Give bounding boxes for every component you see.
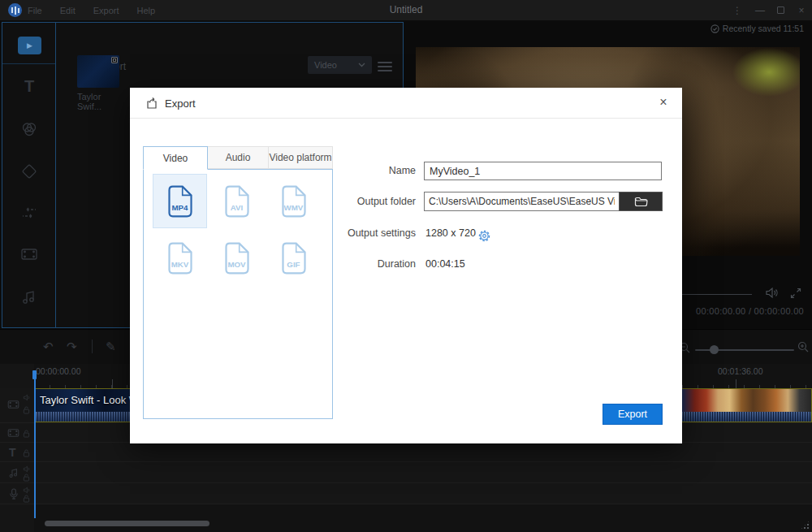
sidebar-item-transitions[interactable] xyxy=(2,205,56,221)
gif-file-icon: GIF xyxy=(278,240,310,276)
browse-folder-button[interactable] xyxy=(619,192,663,211)
filters-icon xyxy=(20,120,38,138)
format-gif[interactable]: GIF xyxy=(266,231,321,285)
toolbar-divider xyxy=(92,340,93,353)
video-track-icon xyxy=(6,399,20,410)
edit-pencil-icon[interactable]: ✎ xyxy=(106,340,116,353)
text-track: T xyxy=(0,443,812,462)
minimize-icon[interactable]: — xyxy=(754,5,766,16)
svg-text:GIF: GIF xyxy=(287,259,300,268)
titlebar: File Edit Export Help Untitled ⋮ — × xyxy=(0,0,812,20)
zoom-in-icon[interactable] xyxy=(797,341,809,356)
folder-icon xyxy=(634,197,648,207)
clip-type-badge-icon xyxy=(111,57,118,63)
zoom-slider-handle[interactable] xyxy=(710,345,719,354)
play-video-icon: ▶ xyxy=(27,41,32,50)
format-panel: Video Audio Video platform MP4 AVI xyxy=(143,146,333,419)
sidebar: ▶ T xyxy=(2,23,56,327)
name-input[interactable] xyxy=(424,162,662,180)
sidebar-item-media[interactable]: ▶ xyxy=(18,37,41,54)
mov-file-icon: MOV xyxy=(221,240,253,276)
track-mute-icon[interactable] xyxy=(23,487,31,494)
sidebar-divider xyxy=(2,63,55,64)
dialog-close-icon[interactable]: × xyxy=(655,95,672,110)
saved-status: Recently saved 11:51 xyxy=(710,24,804,33)
track-lock-icon[interactable] xyxy=(23,406,30,414)
svg-text:WMV: WMV xyxy=(283,202,303,211)
timeline-cursor-time: 00:01:36.00 xyxy=(718,366,762,376)
saved-check-icon xyxy=(710,24,719,33)
track-lock-icon[interactable] xyxy=(23,474,30,482)
format-grid: MP4 AVI WMV xyxy=(153,174,325,285)
tab-audio[interactable]: Audio xyxy=(208,146,269,169)
video-track-icon xyxy=(6,427,20,439)
window-controls: ⋮ — × xyxy=(732,0,807,20)
svg-text:MOV: MOV xyxy=(227,259,246,268)
window-resize-grip[interactable] xyxy=(800,520,810,530)
tab-video[interactable]: Video xyxy=(143,146,208,170)
export-button[interactable]: Export xyxy=(603,404,663,425)
format-tabs: Video Audio Video platform xyxy=(143,146,333,170)
sidebar-item-music[interactable] xyxy=(2,288,56,306)
more-options-icon[interactable]: ⋮ xyxy=(732,5,743,16)
format-mov[interactable]: MOV xyxy=(209,231,264,285)
music-track xyxy=(0,462,812,483)
track-lock-icon[interactable] xyxy=(23,430,30,438)
output-settings-label: Output settings xyxy=(326,227,416,239)
media-clip-thumbnail[interactable] xyxy=(77,55,119,88)
export-dialog-header: Export × xyxy=(130,88,682,119)
fullscreen-icon[interactable] xyxy=(790,288,801,302)
mkv-file-icon: MKV xyxy=(164,240,197,276)
maximize-icon[interactable] xyxy=(777,6,784,14)
output-folder-label: Output folder xyxy=(326,196,416,207)
svg-text:AVI: AVI xyxy=(230,202,243,211)
list-view-icon[interactable] xyxy=(378,59,392,74)
format-mp4[interactable]: MP4 xyxy=(153,174,207,228)
text-track-icon: T xyxy=(9,446,16,459)
track-mute-icon[interactable] xyxy=(23,465,31,473)
sidebar-item-text[interactable]: T xyxy=(2,77,56,96)
window-title: Untitled xyxy=(0,0,812,20)
sidebar-item-elements[interactable] xyxy=(2,246,56,262)
voiceover-track xyxy=(0,483,812,504)
export-icon xyxy=(145,97,159,113)
avi-file-icon: AVI xyxy=(221,184,253,219)
redo-icon[interactable]: ↷ xyxy=(67,340,77,353)
music-note-icon xyxy=(20,288,38,306)
sidebar-item-filters[interactable] xyxy=(2,120,56,138)
overlay-diamond-icon xyxy=(20,162,38,180)
playhead-line[interactable] xyxy=(34,370,36,518)
track-lock-icon[interactable] xyxy=(23,449,30,457)
tab-video-platform[interactable]: Video platform xyxy=(269,146,333,169)
timeline-start-time: 00:00:00.00 xyxy=(36,366,80,376)
volume-icon[interactable] xyxy=(765,287,779,302)
music-track-icon xyxy=(7,467,20,479)
format-grid-panel: MP4 AVI WMV xyxy=(143,169,333,419)
format-wmv[interactable]: WMV xyxy=(266,174,321,228)
media-clip-label: Taylor Swif... xyxy=(77,92,126,111)
undo-icon[interactable]: ↶ xyxy=(43,340,54,353)
duration-value: 00:04:15 xyxy=(425,258,465,270)
timeline-horizontal-scrollbar[interactable] xyxy=(45,521,209,526)
microphone-track-icon xyxy=(9,488,19,500)
close-window-icon[interactable]: × xyxy=(796,5,807,16)
duration-label: Duration xyxy=(326,258,416,270)
settings-gear-icon[interactable] xyxy=(477,229,491,246)
svg-text:MP4: MP4 xyxy=(171,202,188,211)
wmv-file-icon: WMV xyxy=(278,184,310,219)
media-type-dropdown[interactable]: Video xyxy=(308,56,372,74)
transition-arrows-icon xyxy=(19,205,39,221)
track-lock-icon[interactable] xyxy=(23,495,30,503)
format-avi[interactable]: AVI xyxy=(209,174,264,228)
svg-text:MKV: MKV xyxy=(171,259,188,268)
format-mkv[interactable]: MKV xyxy=(153,231,207,285)
filmstrip-icon xyxy=(19,246,39,262)
track-mute-icon[interactable] xyxy=(23,394,31,401)
media-type-value: Video xyxy=(314,60,337,70)
output-folder-input[interactable] xyxy=(424,192,619,211)
mp4-file-icon: MP4 xyxy=(164,184,197,219)
output-settings-value: 1280 x 720 xyxy=(425,227,476,239)
name-label: Name xyxy=(326,165,416,176)
sidebar-item-overlays[interactable] xyxy=(2,162,56,180)
saved-status-text: Recently saved 11:51 xyxy=(723,24,804,33)
